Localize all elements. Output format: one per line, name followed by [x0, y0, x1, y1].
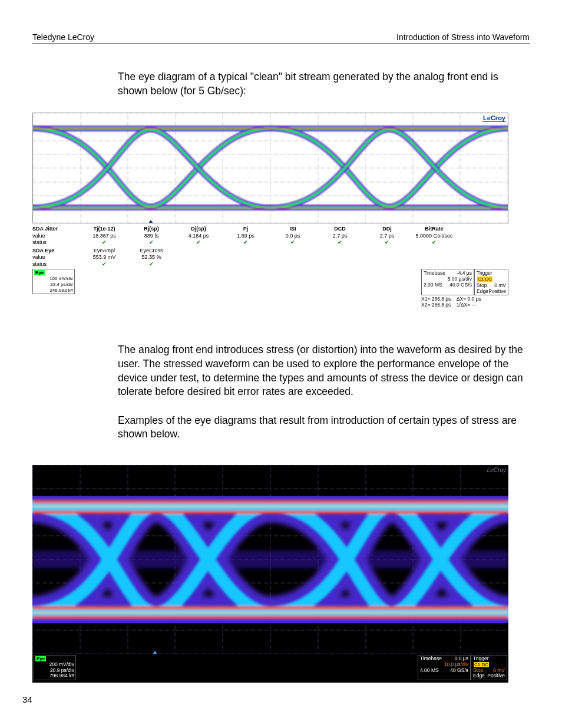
timebase-box: Timebase 0.0 µs 10.0 µs/div 4.00 MS 40 G…	[418, 655, 471, 680]
val-eyeampl: 553.9 mV	[81, 254, 128, 261]
timebase-title: Timebase	[420, 656, 442, 662]
paragraph-intro: The eye diagram of a typical "clean" bit…	[118, 70, 530, 98]
paragraph-stress: The analog front end introduces stress (…	[118, 343, 530, 399]
row-status: status	[32, 261, 81, 268]
status-check-icon: ✔	[363, 239, 411, 246]
eye-plot-stressed: LeCroy	[32, 465, 508, 654]
eye-badge-title: Eye	[34, 270, 45, 276]
cursor-invdx: 1/ΔX= ---	[457, 302, 477, 308]
timebase-rate: 40.0 GS/s	[449, 282, 472, 288]
status-check-icon: ✔	[81, 261, 128, 268]
status-check-icon: ✔	[128, 239, 175, 246]
trigger-title: Trigger	[473, 655, 489, 661]
timebase-box: Timebase -4.4 µs 5.00 µs/div 2.00 MS 40.…	[421, 269, 474, 295]
status-check-icon: ✔	[411, 239, 458, 246]
sda-jitter-table: SDA Jitter Tj(1e-12) Rj(sp) Dj(sp) Pj IS…	[32, 226, 508, 246]
row-status: status	[32, 239, 81, 246]
eye-plot-clean: LeCroy	[32, 113, 508, 223]
page-header: Teledyne LeCroy Introduction of Stress i…	[32, 32, 530, 44]
eye-badge-title: Eye	[35, 656, 46, 661]
trigger-level: 0 mV	[494, 282, 506, 288]
trigger-slope: Positive	[487, 673, 505, 679]
val-rj: 889 fs	[128, 233, 175, 239]
paragraph-examples: Examples of the eye diagrams that result…	[118, 414, 530, 442]
page-number: 34	[22, 694, 32, 704]
eye-scale-badge: Eye 100 mV/div 33.4 ps/div 246.993 k#	[32, 269, 75, 294]
trigger-title: Trigger	[477, 270, 492, 276]
col-isi: ISI	[269, 226, 316, 232]
header-left: Teledyne LeCroy	[32, 32, 94, 42]
status-check-icon: ✔	[269, 239, 316, 246]
val-eyecross: 52.35 %	[128, 254, 175, 261]
val-pj: 1.69 ps	[222, 233, 269, 239]
marker-icon	[153, 651, 157, 654]
eye-count: 246.993 k#	[34, 288, 73, 294]
sda-jitter-title: SDA Jitter	[32, 226, 81, 232]
row-value: value	[32, 254, 81, 261]
status-check-icon: ✔	[175, 239, 222, 246]
trigger-source-badge: C1 DC	[477, 276, 492, 282]
status-check-icon: ✔	[316, 239, 363, 246]
timebase-title: Timebase	[424, 270, 445, 276]
timebase-trigger-panel: Timebase -4.4 µs 5.00 µs/div 2.00 MS 40.…	[421, 269, 508, 308]
timebase-rate: 40 GS/s	[450, 668, 468, 674]
trigger-type: Edge	[477, 288, 488, 294]
trigger-type: Edge	[473, 673, 485, 679]
cursor-x2: X2= 266.8 ps	[421, 302, 451, 308]
cursor-readout: X1= 266.8 ps ΔX= 0.0 ps X2= 266.8 ps 1/Δ…	[421, 296, 508, 308]
timebase-record: 4.00 MS	[420, 668, 439, 674]
col-pj: Pj	[222, 226, 269, 232]
col-rj: Rj(sp)	[128, 226, 175, 232]
eye-scale-badge: Eye 200 mV/div 20.9 ps/div 796.984 k#	[34, 655, 76, 680]
timebase-record: 2.00 MS	[424, 282, 442, 288]
cursor-dx: ΔX= 0.0 ps	[457, 296, 481, 302]
header-right: Introduction of Stress into Waveform	[396, 32, 530, 42]
status-check-icon: ✔	[81, 239, 128, 246]
eye-vdiv: 100 mV/div	[34, 276, 73, 282]
col-eyeampl: EyeAmpl	[81, 248, 128, 254]
figure-clean-eye: LeCroy SDA Jitter Tj(1e-12) Rj(sp) Dj(sp…	[32, 113, 508, 308]
trigger-slope: Positive	[488, 288, 506, 294]
val-tj: 16.367 ps	[81, 233, 128, 239]
eye-trace-stressed	[32, 465, 508, 654]
trigger-mode: Stop	[477, 282, 487, 288]
col-dj: Dj(sp)	[175, 226, 222, 232]
col-bitrate: BitRate	[411, 226, 458, 232]
row-value: value	[32, 233, 81, 239]
col-tj: Tj(1e-12)	[81, 226, 128, 232]
col-ddj: DDj	[363, 226, 411, 232]
val-ddj: 2.7 ps	[363, 233, 411, 239]
figure-stressed-eye: LeCroy Eye 200 mV/div 20.9 ps/div 796.98…	[32, 465, 508, 683]
trigger-box: Trigger C1 DC Stop 0 mV Edge Positive	[474, 269, 508, 295]
sda-eye-title: SDA Eye	[32, 248, 81, 254]
val-bitrate: 5.0000 Gbit/sec	[411, 233, 458, 239]
val-dcd: 2.7 ps	[316, 233, 363, 239]
eye-trace-clean	[33, 113, 508, 223]
eye-tdiv: 33.4 ps/div	[34, 282, 73, 288]
val-dj: 4.184 ps	[175, 233, 222, 239]
status-check-icon: ✔	[128, 261, 175, 268]
brand-label: LeCroy	[482, 114, 506, 122]
col-eyecross: EyeCross	[128, 248, 175, 254]
status-check-icon: ✔	[222, 239, 269, 246]
timebase-offset: -4.4 µs	[457, 270, 472, 276]
val-isi: 0.0 ps	[269, 233, 316, 239]
cursor-x1: X1= 266.8 ps	[421, 296, 451, 302]
timebase-div: 5.00 µs/div	[424, 276, 472, 282]
trigger-box: Trigger C1 DC Stop 0 mV Edge Positive	[471, 655, 507, 680]
trigger-source-badge: C1 DC	[474, 662, 489, 667]
col-dcd: DCD	[316, 226, 363, 232]
eye-count: 796.984 k#	[35, 673, 74, 679]
timebase-trigger-panel: Timebase 0.0 µs 10.0 µs/div 4.00 MS 40 G…	[418, 655, 507, 680]
brand-label: LeCroy	[487, 467, 506, 473]
sda-eye-table: SDA Eye EyeAmpl EyeCross value 553.9 mV …	[32, 248, 508, 268]
marker-icon	[148, 220, 153, 223]
